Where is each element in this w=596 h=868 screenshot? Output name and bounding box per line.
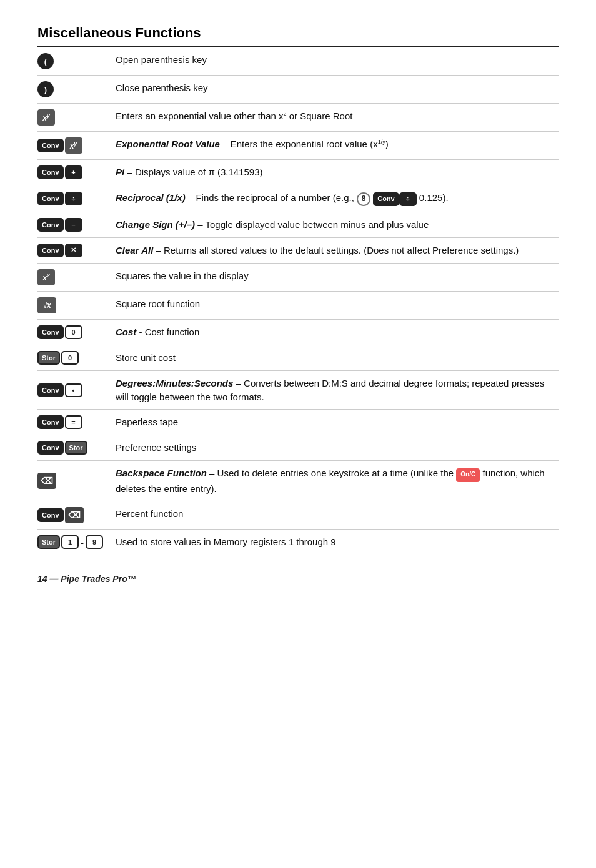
dash-sep: - <box>80 537 84 548</box>
stor-0-group: Stor 0 <box>37 351 103 365</box>
table-row: Stor 0 Store unit cost <box>37 345 559 370</box>
conv-div-group: Conv ÷ <box>37 192 103 205</box>
plus-key: + <box>65 165 82 179</box>
fn-dash: – <box>233 378 244 388</box>
table-row: ⌫ Backspace Function – Used to delete en… <box>37 461 559 501</box>
stor-key: Stor <box>37 535 60 549</box>
key-cell: ( <box>37 47 109 76</box>
table-row: xy Enters an exponential value other tha… <box>37 104 559 132</box>
description: Preference settings <box>116 442 196 453</box>
x-key: ✕ <box>65 244 82 257</box>
description: Percent function <box>116 508 183 519</box>
open-paren-key: ( <box>37 53 54 69</box>
dot-key: • <box>65 383 82 397</box>
desc-cell: Paperless tape <box>109 410 559 435</box>
description: Finds the reciprocal of a number (e.g., <box>196 192 357 203</box>
key-cell: Conv + <box>37 160 109 185</box>
description: Close parenthesis key <box>116 82 208 93</box>
key-cell: Conv • <box>37 370 109 410</box>
conv-plus-group: Conv + <box>37 165 103 179</box>
desc-cell: Change Sign (+/–) – Toggle displayed val… <box>109 212 559 237</box>
table-row: Conv • Degrees:Minutes:Seconds – Convert… <box>37 370 559 410</box>
desc-cell: Enters an exponential value other than x… <box>109 104 559 132</box>
key-cell: x2 <box>37 263 109 291</box>
description: Open parenthesis key <box>116 54 207 65</box>
conv-key: Conv <box>37 165 64 179</box>
desc-cell: Preference settings <box>109 435 559 461</box>
table-row: Conv 0 Cost - Cost function <box>37 319 559 345</box>
conv-key: Conv <box>37 244 64 257</box>
table-row: Conv Stor Preference settings <box>37 435 559 461</box>
close-paren-key: ) <box>37 81 54 97</box>
fn-dash: – <box>207 468 217 478</box>
desc-cell: Close parenthesis key <box>109 76 559 104</box>
desc-cell: Reciprocal (1/x) – Finds the reciprocal … <box>109 185 559 212</box>
desc-cell: Used to store values in Memory registers… <box>109 530 559 555</box>
desc-cell: Exponential Root Value – Enters the expo… <box>109 132 559 160</box>
key-cell: Stor 0 <box>37 345 109 370</box>
desc-cell: Pi – Displays value of π (3.141593) <box>109 160 559 185</box>
conv-key2: Conv <box>373 192 399 206</box>
conv-back-group: Conv ⌫ <box>37 507 103 523</box>
x2-key: x2 <box>37 269 55 285</box>
backspace-key2: ⌫ <box>65 507 84 523</box>
desc-cell: Square root function <box>109 291 559 319</box>
xy-key: xy <box>37 109 55 126</box>
table-row: √x Square root function <box>37 291 559 319</box>
table-row: Conv ✕ Clear All – Returns all stored va… <box>37 237 559 263</box>
fn-name: Pi <box>116 167 124 177</box>
conv-0-group: Conv 0 <box>37 325 103 339</box>
page-title: Miscellaneous Functions <box>37 25 559 41</box>
description: Store unit cost <box>116 352 176 363</box>
table-row: ( Open parenthesis key <box>37 47 559 76</box>
fn-name: Exponential Root Value <box>116 139 220 149</box>
conv-xy-group: Conv xy <box>37 137 103 154</box>
footer-text: 14 — Pipe Trades Pro™ <box>37 574 136 584</box>
table-row: Stor 1 - 9 Used to store values in Memor… <box>37 530 559 555</box>
table-row: Conv xy Exponential Root Value – Enters … <box>37 132 559 160</box>
description: Displays value of π (3.141593) <box>135 167 263 177</box>
div-key: ÷ <box>65 192 82 205</box>
key-cell: xy <box>37 104 109 132</box>
functions-table: ( Open parenthesis key ) Close parenthes… <box>37 47 559 555</box>
table-row: x2 Squares the value in the display <box>37 263 559 291</box>
conv-eq-group: Conv = <box>37 415 103 429</box>
fn-name: Cost <box>116 327 136 337</box>
table-row: ) Close parenthesis key <box>37 76 559 104</box>
desc-cell: Open parenthesis key <box>109 47 559 76</box>
fn-dash: - <box>136 327 144 337</box>
description: Paperless tape <box>116 417 178 427</box>
onc-key: On/C <box>456 468 480 482</box>
fn-name: Degrees:Minutes:Seconds <box>116 378 233 388</box>
key-cell: Conv Stor <box>37 435 109 461</box>
description: Cost function <box>145 327 200 337</box>
desc-cell: Squares the value in the display <box>109 263 559 291</box>
fn-name: Clear All <box>116 245 153 255</box>
key-cell: Conv xy <box>37 132 109 160</box>
fn-dash: – <box>124 167 135 177</box>
conv-key: Conv <box>37 192 64 205</box>
key-cell: √x <box>37 291 109 319</box>
conv-key: Conv <box>37 218 64 232</box>
conv-dot-group: Conv • <box>37 383 103 397</box>
fn-dash: – <box>220 139 231 149</box>
key-cell: Stor 1 - 9 <box>37 530 109 555</box>
desc-cell: Clear All – Returns all stored values to… <box>109 237 559 263</box>
fn-name: Change Sign (+/–) <box>116 219 195 230</box>
conv-key: Conv <box>37 325 64 339</box>
table-row: Conv = Paperless tape <box>37 410 559 435</box>
key-cell: ) <box>37 76 109 104</box>
conv-key: Conv <box>37 508 64 522</box>
nine-key: 9 <box>86 535 103 549</box>
description: Used to store values in Memory registers… <box>116 536 336 547</box>
zero-key: 0 <box>61 351 79 365</box>
fn-dash: – <box>186 192 196 203</box>
key-cell: Conv = <box>37 410 109 435</box>
conv-key: Conv <box>37 441 64 455</box>
key-cell: Conv 0 <box>37 319 109 345</box>
description: Squares the value in the display <box>116 270 249 281</box>
fn-name: Backspace Function <box>116 468 207 478</box>
conv-key: Conv <box>37 139 64 152</box>
description: Toggle displayed value between minus and… <box>206 219 429 230</box>
key-cell: Conv ⌫ <box>37 501 109 530</box>
